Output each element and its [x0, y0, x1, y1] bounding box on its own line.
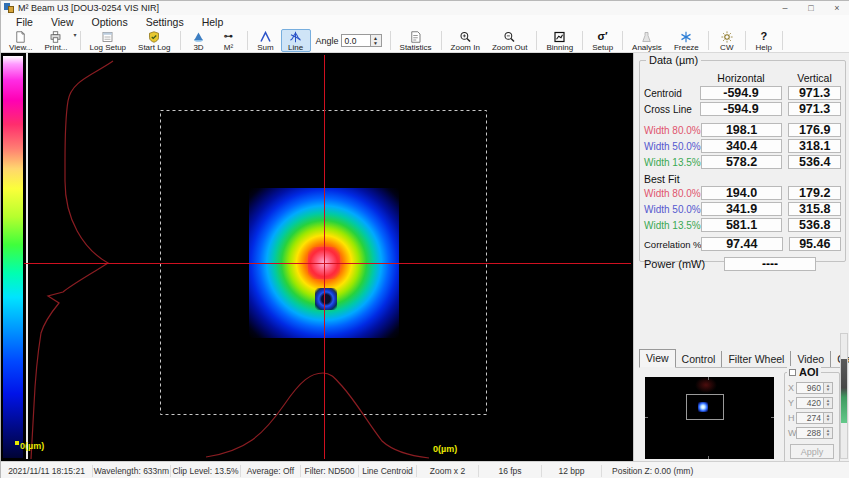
aoi-w-spinner[interactable]: ▲▼	[824, 427, 833, 439]
thumbnail-red-glow	[695, 377, 717, 393]
correlation-horizontal-value: 97.44	[701, 237, 783, 251]
menu-view[interactable]: View	[42, 16, 83, 28]
application-window: M² Beam U3 [DOU3-0254 VIS NIR] – □ × Fil…	[0, 0, 849, 478]
row-width-80: Width 80.0% 198.1 176.9	[644, 122, 841, 138]
thumbnail-beam-dot	[698, 402, 708, 412]
row-width-50: Width 50.0% 340.4 318.1	[644, 138, 841, 154]
help-button[interactable]: ? Help	[749, 29, 779, 52]
angle-input[interactable]: 0.0	[341, 34, 371, 47]
angle-control: Angle 0.0 ▲▼	[311, 29, 387, 52]
statistics-icon	[409, 31, 422, 43]
status-clip-level: Clip Level: 13.5%	[171, 465, 241, 477]
power-value: ----	[724, 257, 816, 271]
camera-thumbnail-view[interactable]	[645, 377, 774, 459]
tab-filter-wheel[interactable]: Filter Wheel	[722, 351, 791, 367]
row-bestfit-width-80: Width 80.0% 194.0 179.2	[644, 185, 841, 201]
log-setup-icon	[101, 31, 114, 43]
setup-button[interactable]: σ′ Setup	[586, 29, 619, 52]
status-wavelength: Wavelength: 633nm	[93, 465, 171, 477]
data-panel: Data (µm) Horizontal Vertical Centroid -…	[639, 60, 846, 262]
tab-video[interactable]: Video	[791, 351, 831, 367]
aoi-x-input[interactable]: 960	[796, 382, 824, 394]
aoi-title: AOI	[799, 366, 819, 378]
centroid-horizontal-value: -594.9	[700, 86, 782, 100]
3d-button[interactable]: 3D	[184, 29, 214, 52]
row-bestfit-width-50: Width 50.0% 341.9 315.8	[644, 201, 841, 217]
analysis-icon	[640, 31, 653, 43]
row-cross-line: Cross Line -594.9 971.3	[644, 101, 841, 117]
close-button[interactable]: ×	[824, 1, 849, 15]
menu-settings[interactable]: Settings	[137, 16, 193, 28]
power-label: Power (mW)	[644, 258, 724, 270]
minimize-button[interactable]: –	[772, 1, 798, 15]
aoi-h-spinner[interactable]: ▲▼	[824, 412, 833, 424]
aoi-x-spinner[interactable]: ▲▼	[824, 382, 833, 394]
width135-vertical-value: 536.4	[788, 155, 841, 169]
analysis-button[interactable]: Analysis	[626, 29, 668, 52]
print-dropdown-caret[interactable]: ▾	[74, 31, 77, 38]
width135-horizontal-value: 578.2	[701, 155, 783, 169]
print-icon	[49, 31, 62, 43]
aoi-h-input[interactable]: 274	[796, 412, 824, 424]
bestfit-width50-horizontal-value: 341.9	[701, 202, 783, 216]
column-header-vertical: Vertical	[788, 72, 841, 84]
zoom-in-button[interactable]: Zoom In	[445, 29, 486, 52]
origin-label-left: 0(µm)	[20, 441, 44, 451]
bestfit-width80-horizontal-value: 194.0	[701, 186, 783, 200]
aoi-y-spinner[interactable]: ▲▼	[824, 397, 833, 409]
best-fit-label: Best Fit	[644, 172, 841, 185]
m2-button[interactable]: ⊶ M²	[214, 29, 244, 52]
sum-button[interactable]: Sum	[251, 29, 281, 52]
zoom-in-icon	[459, 31, 472, 43]
right-panel: Data (µm) Horizontal Vertical Centroid -…	[633, 53, 849, 461]
app-icon	[4, 3, 14, 13]
maximize-button[interactable]: □	[798, 1, 824, 15]
zoom-out-button[interactable]: Zoom Out	[486, 29, 534, 52]
status-bar: 2021/11/11 18:15:21 Wavelength: 633nm Cl…	[1, 461, 849, 478]
aoi-w-input[interactable]: 288	[796, 427, 824, 439]
start-log-button[interactable]: Start Log	[132, 29, 176, 52]
row-power: Power (mW) ----	[644, 255, 841, 273]
data-panel-title: Data (µm)	[646, 54, 701, 66]
aoi-x-row: X 960 ▲▼	[788, 381, 836, 395]
binning-button[interactable]: Binning	[540, 29, 579, 52]
sum-icon	[259, 31, 272, 43]
angle-spinner[interactable]: ▲▼	[371, 34, 382, 47]
column-header-horizontal: Horizontal	[700, 72, 782, 84]
origin-label-bottom: 0(µm)	[433, 444, 457, 454]
gain-slider-track[interactable]	[840, 333, 848, 459]
status-bpp: 12 bpp	[542, 465, 602, 477]
bestfit-width80-vertical-value: 179.2	[788, 186, 841, 200]
bestfit-width135-vertical-value: 536.8	[788, 218, 841, 232]
log-setup-button[interactable]: Log Setup	[84, 29, 132, 52]
status-fps: 16 fps	[479, 465, 542, 477]
vertical-profile-curve	[31, 61, 113, 459]
view-button[interactable]: View...	[3, 29, 38, 52]
print-button[interactable]: Print...	[38, 29, 73, 52]
freeze-button[interactable]: Freeze	[668, 29, 705, 52]
window-title: M² Beam U3 [DOU3-0254 VIS NIR]	[18, 3, 159, 13]
menu-bar: File View Options Settings Help	[1, 15, 849, 29]
width80-vertical-value: 176.9	[788, 123, 841, 137]
menu-file[interactable]: File	[7, 16, 42, 28]
line-button[interactable]: Line	[281, 29, 311, 52]
freeze-icon	[680, 31, 692, 43]
m2-icon: ⊶	[224, 31, 233, 43]
tab-control[interactable]: Control	[676, 351, 723, 367]
aoi-checkbox[interactable]	[789, 369, 796, 376]
aoi-y-input[interactable]: 420	[796, 397, 824, 409]
menu-options[interactable]: Options	[83, 16, 137, 28]
cw-button[interactable]: CW	[712, 29, 742, 52]
zoom-out-icon	[503, 31, 516, 43]
toolbar: View... Print... ▾ Log Setup Start Log 3…	[1, 29, 849, 53]
horizontal-profile-curve	[206, 373, 429, 458]
beam-display-area[interactable]: 0(µm) 0(µm)	[1, 53, 633, 461]
gain-slider-thumb[interactable]	[841, 359, 847, 423]
statistics-button[interactable]: Statistics	[394, 29, 438, 52]
aoi-apply-button[interactable]: Apply	[790, 444, 834, 459]
line-icon	[289, 31, 302, 43]
menu-help[interactable]: Help	[193, 16, 233, 28]
aoi-dashed-rect	[161, 111, 487, 415]
tab-view[interactable]: View	[639, 349, 676, 368]
origin-marker	[15, 441, 19, 445]
